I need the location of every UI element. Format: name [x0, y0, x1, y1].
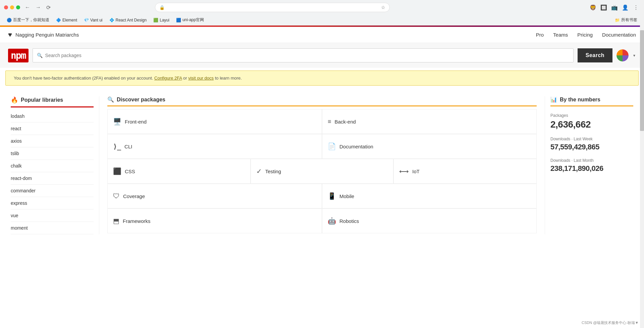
- bookmark-layui[interactable]: 🟩 Layui: [151, 17, 172, 24]
- documentation-icon: 📄: [328, 142, 336, 150]
- library-item[interactable]: express: [11, 197, 94, 209]
- bookmark-react-ant[interactable]: 💠 React Ant Design: [107, 17, 150, 24]
- frontend-icon: 🖥️: [113, 118, 121, 126]
- library-item[interactable]: axios: [11, 135, 94, 147]
- packages-grid: 🖥️ Front-end ≡ Back-end ⟩_ CLI 📄 Documen…: [107, 109, 537, 233]
- bookmark-vant[interactable]: 💎 Vant ui: [81, 17, 105, 24]
- star-icon[interactable]: ☆: [381, 5, 385, 10]
- visit-docs-link[interactable]: visit our docs: [188, 76, 214, 81]
- minimize-btn[interactable]: [10, 5, 14, 9]
- stat-packages-label: Packages: [550, 113, 633, 118]
- library-item[interactable]: tslib: [11, 147, 94, 160]
- site-header: ♥ Nagging Penguin Matriarchs Pro Teams P…: [0, 27, 644, 43]
- cast-btn[interactable]: 📺: [610, 3, 619, 11]
- package-card-cli[interactable]: ⟩_ CLI: [107, 134, 322, 159]
- package-card-documentation[interactable]: 📄 Documentation: [322, 134, 537, 159]
- forward-button[interactable]: →: [34, 4, 43, 11]
- reload-button[interactable]: ⟳: [44, 4, 53, 11]
- vant-icon: 💎: [84, 18, 89, 22]
- bookmark-uniapp[interactable]: 🟦 uni-app官网: [173, 16, 207, 24]
- popular-libraries-title: 🔥 Popular libraries: [11, 96, 94, 107]
- warning-or: or: [183, 76, 187, 81]
- search-input[interactable]: [45, 53, 569, 58]
- discover-title: 🔍 Discover packages: [107, 96, 537, 106]
- org-name: Nagging Penguin Matriarchs: [15, 32, 79, 38]
- stat-downloads-month: Downloads · Last Month 238,171,890,026: [550, 158, 633, 173]
- css-icon: ⬛: [113, 167, 121, 175]
- search-box[interactable]: 🔍: [33, 48, 574, 62]
- library-item[interactable]: vue: [11, 209, 94, 222]
- warning-banner: You don't have two-factor authentication…: [5, 71, 639, 86]
- all-bookmarks[interactable]: 📁 所有书签: [612, 16, 640, 24]
- bookmarks-bar: 🔵 百度一下，你就知道 🔷 Element 💎 Vant ui 💠 React …: [0, 15, 644, 25]
- menu-btn[interactable]: ⋮: [632, 3, 640, 11]
- close-btn[interactable]: [4, 5, 8, 9]
- npm-logo: npm: [8, 49, 29, 62]
- extensions2-btn[interactable]: 🔲: [600, 3, 608, 11]
- warning-text: You don't have two-factor authentication…: [14, 76, 153, 81]
- profile-btn[interactable]: 👤: [621, 3, 629, 11]
- search-discover-icon: 🔍: [107, 96, 114, 103]
- folder-icon: 📁: [615, 18, 620, 22]
- stat-month-value: 238,171,890,026: [550, 164, 633, 173]
- library-item[interactable]: commander: [11, 185, 94, 197]
- address-bar[interactable]: 🔒 npmjs.com ☆: [155, 3, 390, 12]
- nav-documentation[interactable]: Documentation: [602, 32, 636, 38]
- library-item[interactable]: react: [11, 123, 94, 135]
- package-card-testing[interactable]: ✓ Testing: [251, 159, 394, 184]
- chart-icon: 📊: [550, 96, 557, 103]
- library-item[interactable]: react-dom: [11, 172, 94, 185]
- stat-week-label: Downloads · Last Week: [550, 137, 633, 141]
- frameworks-icon: ⬒: [113, 217, 119, 225]
- element-icon: 🔷: [56, 18, 61, 22]
- package-card-coverage[interactable]: 🛡 Coverage: [107, 184, 322, 208]
- maximize-btn[interactable]: [16, 5, 20, 9]
- bookmark-baidu[interactable]: 🔵 百度一下，你就知道: [4, 16, 52, 24]
- avatar-circle: [616, 49, 629, 61]
- configure-2fa-link[interactable]: Configure 2FA: [154, 76, 182, 81]
- user-avatar[interactable]: [616, 49, 629, 61]
- package-card-frameworks[interactable]: ⬒ Frameworks: [107, 208, 322, 233]
- numbers-title: 📊 By the numbers: [550, 96, 633, 106]
- logo-area: ♥ Nagging Penguin Matriarchs: [8, 31, 79, 39]
- nav-teams[interactable]: Teams: [553, 32, 568, 38]
- baidu-icon: 🔵: [7, 18, 12, 22]
- package-card-backend[interactable]: ≡ Back-end: [322, 109, 537, 134]
- library-item[interactable]: moment: [11, 222, 94, 234]
- browser-chrome: ← → ⟳ 🔒 npmjs.com ☆ 🦁 🔲 📺 👤 ⋮ 🔵 百度一下，你就知…: [0, 0, 644, 26]
- bookmark-element[interactable]: 🔷 Element: [53, 17, 80, 24]
- nav-pro[interactable]: Pro: [536, 32, 544, 38]
- package-card-iot[interactable]: ⟷ IoT: [393, 159, 537, 184]
- robotics-icon: 🤖: [328, 217, 336, 225]
- search-button[interactable]: Search: [578, 48, 612, 62]
- package-card-css[interactable]: ⬛ CSS: [107, 159, 251, 184]
- scrollbar-thumb[interactable]: [640, 30, 644, 131]
- layui-icon: 🟩: [153, 18, 158, 22]
- main-content: 🔥 Popular libraries lodash react axios t…: [0, 88, 644, 242]
- stat-packages-value: 2,636,662: [550, 119, 633, 130]
- package-card-frontend[interactable]: 🖥️ Front-end: [107, 109, 322, 134]
- testing-icon: ✓: [256, 167, 262, 175]
- extensions-btn[interactable]: 🦁: [589, 3, 597, 11]
- scrollbar[interactable]: [640, 0, 644, 242]
- search-area: npm 🔍 Search ▼: [0, 43, 644, 68]
- nav-pricing[interactable]: Pricing: [577, 32, 593, 38]
- popular-libraries-section: 🔥 Popular libraries lodash react axios t…: [5, 96, 99, 234]
- site-nav: Pro Teams Pricing Documentation: [536, 32, 636, 38]
- lock-icon: 🔒: [159, 5, 165, 10]
- warning-after: to learn more.: [215, 76, 242, 81]
- browser-actions: 🦁 🔲 📺 👤 ⋮: [589, 3, 640, 11]
- back-button[interactable]: ←: [23, 4, 32, 11]
- cli-icon: ⟩_: [113, 142, 121, 150]
- stat-downloads-week: Downloads · Last Week 57,559,429,865: [550, 137, 633, 151]
- url-input[interactable]: npmjs.com: [167, 5, 378, 10]
- library-item[interactable]: chalk: [11, 160, 94, 172]
- nav-arrows: ← → ⟳: [23, 4, 53, 11]
- library-item[interactable]: lodash: [11, 110, 94, 123]
- stat-week-value: 57,559,429,865: [550, 143, 633, 151]
- package-card-mobile[interactable]: 📱 Mobile: [322, 184, 537, 208]
- stat-month-label: Downloads · Last Month: [550, 158, 633, 163]
- iot-icon: ⟷: [399, 167, 409, 175]
- avatar-dropdown-arrow[interactable]: ▼: [633, 54, 636, 57]
- package-card-robotics[interactable]: 🤖 Robotics: [322, 208, 537, 233]
